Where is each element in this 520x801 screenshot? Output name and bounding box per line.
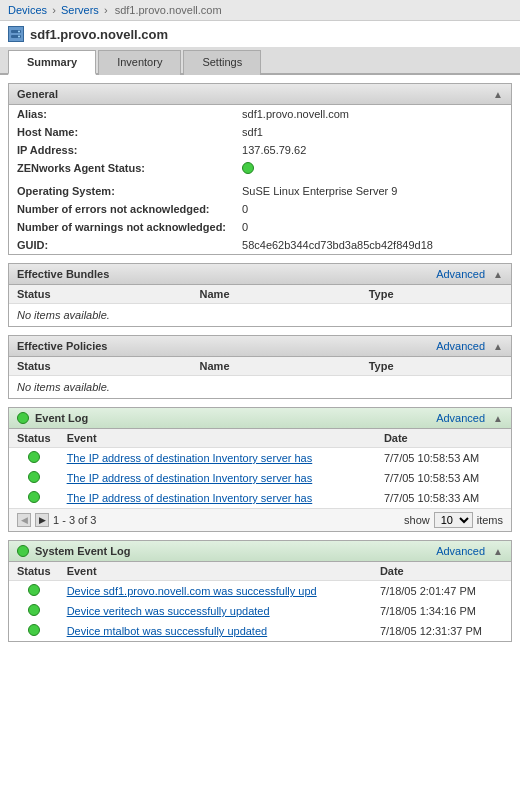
sys-event-col-date: Date bbox=[372, 562, 511, 581]
items-label: items bbox=[477, 514, 503, 526]
effective-bundles-title: Effective Bundles bbox=[17, 268, 109, 280]
breadcrumb-servers-link[interactable]: Servers bbox=[61, 4, 99, 16]
event-log-row: The IP address of destination Inventory … bbox=[9, 448, 511, 469]
agent-status-row: ZENworks Agent Status: bbox=[9, 159, 511, 179]
warnings-label: Number of warnings not acknowledged: bbox=[9, 218, 234, 236]
breadcrumb-devices-link[interactable]: Devices bbox=[8, 4, 47, 16]
hostname-row: Host Name: sdf1 bbox=[9, 123, 511, 141]
bundles-advanced-link[interactable]: Advanced bbox=[436, 268, 485, 280]
server-icon bbox=[8, 26, 24, 42]
system-event-log-row: Device veritech was successfully updated… bbox=[9, 601, 511, 621]
alias-row: Alias: sdf1.provo.novell.com bbox=[9, 105, 511, 123]
event-log-row: The IP address of destination Inventory … bbox=[9, 468, 511, 488]
warnings-value: 0 bbox=[234, 218, 511, 236]
sys-event-status-dot-2 bbox=[28, 624, 40, 636]
general-header: General ▲ bbox=[9, 84, 511, 105]
tabs-bar: Summary Inventory Settings bbox=[0, 48, 520, 75]
event-link-1[interactable]: The IP address of destination Inventory … bbox=[67, 472, 313, 484]
show-count-select[interactable]: 10 25 50 bbox=[434, 512, 473, 528]
sys-event-date-cell: 7/18/05 12:31:37 PM bbox=[372, 621, 511, 641]
event-log-status-dot bbox=[17, 412, 29, 424]
policies-collapse-icon[interactable]: ▲ bbox=[493, 341, 503, 352]
event-log-row: The IP address of destination Inventory … bbox=[9, 488, 511, 508]
tab-inventory[interactable]: Inventory bbox=[98, 50, 181, 75]
breadcrumb: Devices › Servers › sdf1.provo.novell.co… bbox=[0, 0, 520, 21]
sys-event-status-dot-0 bbox=[28, 584, 40, 596]
bundles-col-status: Status bbox=[9, 285, 192, 304]
effective-bundles-section: Effective Bundles Advanced ▲ Status Name… bbox=[8, 263, 512, 327]
agent-status-dot bbox=[242, 162, 254, 174]
bundles-col-name: Name bbox=[192, 285, 361, 304]
event-log-header: Event Log Advanced ▲ bbox=[9, 408, 511, 429]
agent-status-label: ZENworks Agent Status: bbox=[9, 159, 234, 179]
prev-page-button[interactable]: ◀ bbox=[17, 513, 31, 527]
event-link-2[interactable]: The IP address of destination Inventory … bbox=[67, 492, 313, 504]
tab-summary[interactable]: Summary bbox=[8, 50, 96, 75]
sys-event-date-cell: 7/18/05 2:01:47 PM bbox=[372, 581, 511, 602]
system-event-log-collapse-icon[interactable]: ▲ bbox=[493, 546, 503, 557]
svg-point-3 bbox=[18, 36, 20, 38]
event-link-0[interactable]: The IP address of destination Inventory … bbox=[67, 452, 313, 464]
policies-advanced-link[interactable]: Advanced bbox=[436, 340, 485, 352]
sys-event-date-cell: 7/18/05 1:34:16 PM bbox=[372, 601, 511, 621]
event-status-dot-0 bbox=[28, 451, 40, 463]
sys-event-col-event: Event bbox=[59, 562, 372, 581]
next-page-button[interactable]: ▶ bbox=[35, 513, 49, 527]
event-status-dot-2 bbox=[28, 491, 40, 503]
system-event-log-row: Device sdf1.provo.novell.com was success… bbox=[9, 581, 511, 602]
event-text-cell: The IP address of destination Inventory … bbox=[59, 468, 376, 488]
sys-event-status-dot-1 bbox=[28, 604, 40, 616]
ip-address-value: 137.65.79.62 bbox=[234, 141, 511, 159]
sys-event-link-1[interactable]: Device veritech was successfully updated bbox=[67, 605, 270, 617]
event-status-dot-1 bbox=[28, 471, 40, 483]
alias-label: Alias: bbox=[9, 105, 234, 123]
event-log-title: Event Log bbox=[35, 412, 88, 424]
event-log-advanced-link[interactable]: Advanced bbox=[436, 412, 485, 424]
guid-row: GUID: 58c4e62b344cd73bd3a85cb42f849d18 bbox=[9, 236, 511, 254]
os-label: Operating System: bbox=[9, 179, 234, 200]
sys-event-text-cell: Device mtalbot was successfully updated bbox=[59, 621, 372, 641]
event-date-cell: 7/7/05 10:58:53 AM bbox=[376, 448, 511, 469]
system-event-log-section: System Event Log Advanced ▲ Status Event… bbox=[8, 540, 512, 642]
sys-event-status-cell bbox=[9, 601, 59, 621]
event-date-cell: 7/7/05 10:58:53 AM bbox=[376, 468, 511, 488]
sys-event-col-status: Status bbox=[9, 562, 59, 581]
effective-bundles-header: Effective Bundles Advanced ▲ bbox=[9, 264, 511, 285]
pagination-info: 1 - 3 of 3 bbox=[53, 514, 400, 526]
event-log-collapse-icon[interactable]: ▲ bbox=[493, 413, 503, 424]
policies-col-name: Name bbox=[192, 357, 361, 376]
effective-policies-title: Effective Policies bbox=[17, 340, 108, 352]
ip-address-row: IP Address: 137.65.79.62 bbox=[9, 141, 511, 159]
errors-label: Number of errors not acknowledged: bbox=[9, 200, 234, 218]
policies-col-status: Status bbox=[9, 357, 192, 376]
event-status-cell bbox=[9, 468, 59, 488]
alias-value: sdf1.provo.novell.com bbox=[234, 105, 511, 123]
guid-label: GUID: bbox=[9, 236, 234, 254]
bundles-collapse-icon[interactable]: ▲ bbox=[493, 269, 503, 280]
bundles-table: Status Name Type bbox=[9, 285, 511, 304]
event-log-section: Event Log Advanced ▲ Status Event Date T… bbox=[8, 407, 512, 532]
warnings-row: Number of warnings not acknowledged: 0 bbox=[9, 218, 511, 236]
event-status-cell bbox=[9, 448, 59, 469]
sys-event-text-cell: Device veritech was successfully updated bbox=[59, 601, 372, 621]
event-date-cell: 7/7/05 10:58:33 AM bbox=[376, 488, 511, 508]
event-text-cell: The IP address of destination Inventory … bbox=[59, 488, 376, 508]
policies-table: Status Name Type bbox=[9, 357, 511, 376]
effective-policies-header: Effective Policies Advanced ▲ bbox=[9, 336, 511, 357]
event-col-date: Date bbox=[376, 429, 511, 448]
system-event-log-title: System Event Log bbox=[35, 545, 130, 557]
os-row: Operating System: SuSE Linux Enterprise … bbox=[9, 179, 511, 200]
event-log-pagination: ◀ ▶ 1 - 3 of 3 show 10 25 50 items bbox=[9, 508, 511, 531]
agent-status-value bbox=[234, 159, 511, 179]
hostname-value: sdf1 bbox=[234, 123, 511, 141]
system-event-log-row: Device mtalbot was successfully updated … bbox=[9, 621, 511, 641]
sys-event-link-0[interactable]: Device sdf1.provo.novell.com was success… bbox=[67, 585, 317, 597]
bundles-no-items: No items available. bbox=[9, 304, 511, 326]
tab-settings[interactable]: Settings bbox=[183, 50, 261, 75]
system-event-log-advanced-link[interactable]: Advanced bbox=[436, 545, 485, 557]
page-title-bar: sdf1.provo.novell.com bbox=[0, 21, 520, 48]
event-status-cell bbox=[9, 488, 59, 508]
policies-no-items: No items available. bbox=[9, 376, 511, 398]
sys-event-link-2[interactable]: Device mtalbot was successfully updated bbox=[67, 625, 268, 637]
general-collapse-icon[interactable]: ▲ bbox=[493, 89, 503, 100]
